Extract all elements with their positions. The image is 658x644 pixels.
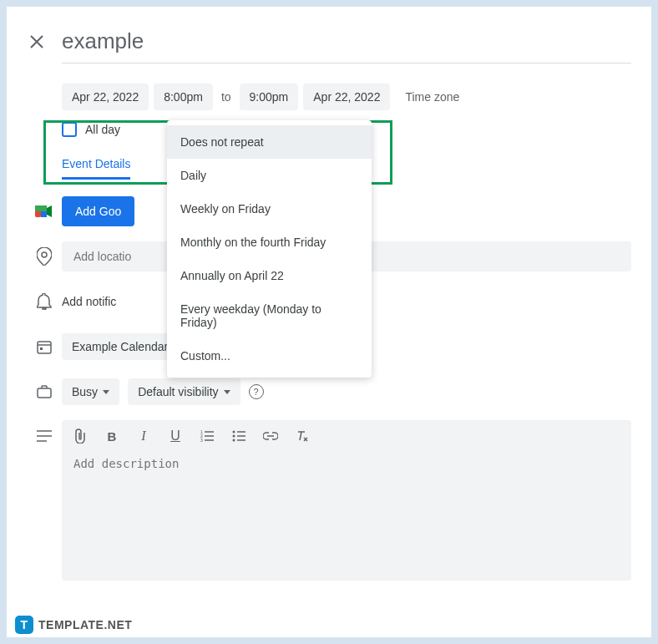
- tab-event-details[interactable]: Event Details: [62, 157, 130, 180]
- repeat-option-daily[interactable]: Daily: [167, 159, 372, 192]
- description-icon: [27, 420, 62, 442]
- allday-label: All day: [85, 123, 120, 136]
- repeat-option-custom[interactable]: Custom...: [167, 339, 372, 373]
- notification-label[interactable]: Add notific: [62, 295, 116, 308]
- notification-icon: [27, 293, 62, 310]
- event-title-input[interactable]: [62, 23, 631, 59]
- svg-point-19: [233, 435, 235, 438]
- close-icon[interactable]: [27, 32, 47, 52]
- svg-point-20: [233, 439, 235, 442]
- link-icon[interactable]: [262, 432, 279, 440]
- repeat-dropdown-menu: Does not repeat Daily Weekly on Friday M…: [167, 120, 372, 378]
- svg-rect-8: [38, 388, 51, 398]
- end-time-chip[interactable]: 9:00pm: [240, 84, 299, 110]
- svg-point-18: [233, 431, 235, 434]
- location-icon: [27, 247, 62, 266]
- calendar-icon: [27, 339, 62, 354]
- svg-text:3: 3: [200, 438, 203, 442]
- svg-rect-2: [35, 205, 47, 211]
- bulleted-list-icon[interactable]: [230, 430, 247, 442]
- timezone-link[interactable]: Time zone: [405, 90, 459, 104]
- allday-checkbox[interactable]: [62, 122, 77, 137]
- start-date-chip[interactable]: Apr 22, 2022: [62, 84, 149, 110]
- description-textarea[interactable]: [62, 452, 631, 577]
- start-time-chip[interactable]: 8:00pm: [154, 84, 213, 110]
- busy-label: Busy: [72, 385, 98, 398]
- help-icon[interactable]: ?: [249, 384, 264, 399]
- svg-marker-4: [47, 205, 52, 217]
- repeat-option-weekly[interactable]: Weekly on Friday: [167, 192, 372, 226]
- end-date-chip[interactable]: Apr 22, 2022: [303, 84, 390, 110]
- chevron-down-icon: [103, 390, 109, 394]
- to-label: to: [218, 90, 235, 104]
- attachment-icon[interactable]: [72, 428, 89, 444]
- visibility-label: Default visibility: [138, 385, 218, 398]
- repeat-option-weekday[interactable]: Every weekday (Monday to Friday): [167, 292, 372, 339]
- repeat-option-monthly[interactable]: Monthly on the fourth Friday: [167, 226, 372, 259]
- add-meet-button[interactable]: Add Goo: [62, 196, 134, 226]
- repeat-option-annually[interactable]: Annually on April 22: [167, 259, 372, 292]
- bold-icon[interactable]: B: [104, 429, 120, 444]
- visibility-selector[interactable]: Default visibility: [128, 378, 240, 405]
- chevron-down-icon: [224, 390, 230, 394]
- watermark: T TEMPLATE.NET: [15, 616, 132, 634]
- watermark-badge: T: [15, 616, 33, 634]
- repeat-option-none[interactable]: Does not repeat: [167, 125, 372, 159]
- svg-rect-3: [41, 211, 47, 217]
- italic-icon[interactable]: I: [135, 428, 152, 444]
- svg-rect-5: [38, 342, 51, 353]
- meet-icon: [27, 204, 62, 219]
- calendar-name: Example Calendar: [72, 340, 168, 353]
- numbered-list-icon[interactable]: 123: [199, 430, 215, 442]
- underline-icon[interactable]: U: [167, 428, 184, 444]
- briefcase-icon: [27, 385, 62, 398]
- busy-selector[interactable]: Busy: [62, 378, 119, 405]
- svg-rect-7: [40, 347, 43, 350]
- watermark-text: TEMPLATE.NET: [38, 618, 132, 631]
- clear-formatting-icon[interactable]: [294, 429, 311, 443]
